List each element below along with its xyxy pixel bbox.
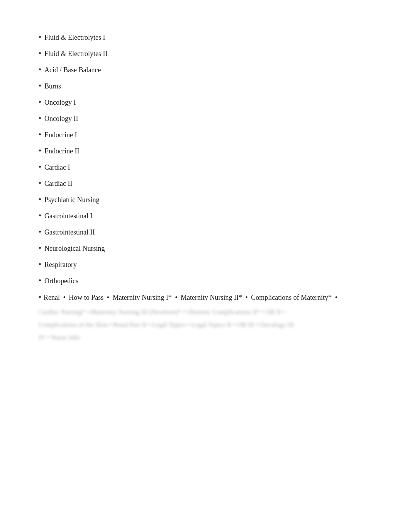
- list-item: • Respiratory: [39, 258, 371, 270]
- item-label: Fluid & Electrolytes II: [44, 48, 107, 59]
- item-label: Cardiac II: [44, 178, 72, 189]
- blurred-line-3: IV • Nurse Jobs: [39, 332, 371, 343]
- item-label: Oncology I: [44, 97, 76, 108]
- bullet-icon: •: [39, 31, 41, 43]
- list-item: • Fluid & Electrolytes I: [39, 31, 371, 43]
- item-label: Gastrointestinal II: [44, 227, 95, 238]
- list-item: • Neurological Nursing: [39, 242, 371, 254]
- item-label: Endocrine I: [44, 129, 77, 141]
- list-item: • Endocrine I: [39, 128, 371, 141]
- bullet-icon: •: [39, 47, 41, 59]
- bullet-icon: •: [39, 112, 41, 124]
- list-item: • Cardiac II: [39, 177, 371, 189]
- bullet-icon: •: [39, 242, 41, 254]
- bullet-icon: •: [39, 96, 41, 108]
- list-item: • Fluid & Electrolytes II: [39, 47, 371, 59]
- bullet-icon: •: [39, 274, 41, 287]
- item-label: Acid / Base Balance: [44, 65, 101, 76]
- list-item: • Burns: [39, 80, 371, 92]
- inline-separator: •: [105, 292, 111, 304]
- list-item: • Gastrointestinal II: [39, 226, 371, 238]
- bullet-icon: •: [39, 209, 41, 222]
- list-item: • Oncology I: [39, 96, 371, 108]
- bullet-icon: •: [39, 128, 41, 141]
- inline-separator: •: [61, 292, 67, 304]
- list-item: • Psychiatric Nursing: [39, 193, 371, 206]
- item-label: Neurological Nursing: [44, 243, 105, 254]
- inline-item-maternity-2: Maternity Nursing II*: [181, 292, 242, 304]
- blurred-line-1: Cardiac Nursing* • Maternity Nursing III…: [39, 307, 371, 318]
- inline-item-renal: Renal: [44, 292, 60, 304]
- item-label: Endocrine II: [44, 146, 79, 157]
- inline-item-how-to-pass: How to Pass: [69, 292, 103, 304]
- list-item: • Acid / Base Balance: [39, 63, 371, 76]
- item-label: Psychiatric Nursing: [44, 194, 99, 206]
- inline-list-row: • Renal • How to Pass • Maternity Nursin…: [39, 291, 371, 304]
- item-label: Oncology II: [44, 113, 78, 124]
- item-label: Burns: [44, 81, 61, 92]
- inline-separator: •: [173, 292, 179, 304]
- inline-item-complications-maternity: Complications of Maternity*: [251, 292, 332, 304]
- bullet-icon: •: [39, 177, 41, 189]
- inline-separator: •: [244, 292, 249, 304]
- item-label: Gastrointestinal I: [44, 211, 92, 222]
- inline-item-maternity-1: Maternity Nursing I*: [113, 292, 172, 304]
- bullet-icon: •: [39, 144, 41, 157]
- main-content: • Fluid & Electrolytes I • Fluid & Elect…: [0, 0, 410, 376]
- bullet-icon: •: [39, 63, 41, 76]
- list-item: • Oncology II: [39, 112, 371, 124]
- list-item: • Gastrointestinal I: [39, 209, 371, 222]
- item-label: Respiratory: [44, 259, 77, 270]
- list-item: • Cardiac I: [39, 161, 371, 173]
- blurred-line-2: Complications of the Skin • Renal Part I…: [39, 320, 371, 331]
- item-label: Orthopedics: [44, 275, 78, 287]
- item-label: Cardiac I: [44, 162, 70, 173]
- list-item: • Endocrine II: [39, 144, 371, 157]
- bullet-icon: •: [39, 291, 41, 304]
- blurred-content: Cardiac Nursing* • Maternity Nursing III…: [39, 307, 371, 343]
- bullet-icon: •: [39, 161, 41, 173]
- bullet-icon: •: [39, 80, 41, 92]
- inline-separator: •: [333, 292, 337, 304]
- bullet-icon: •: [39, 226, 41, 238]
- bullet-icon: •: [39, 193, 41, 206]
- list-item: • Orthopedics: [39, 274, 371, 287]
- bullet-icon: •: [39, 258, 41, 270]
- item-label: Fluid & Electrolytes I: [44, 32, 105, 43]
